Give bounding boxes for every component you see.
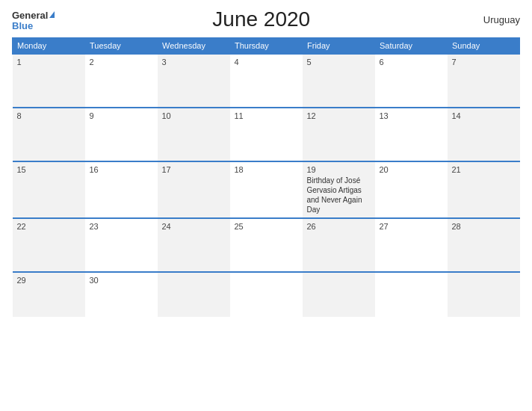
col-tuesday: Tuesday — [85, 38, 158, 55]
calendar-day: 25 — [230, 218, 303, 272]
header: General Blue June 2020 Uruguay — [12, 7, 520, 31]
day-number: 8 — [17, 111, 81, 120]
calendar-day: 30 — [85, 272, 158, 317]
calendar-week-row: 22232425262728 — [13, 218, 520, 272]
day-number: 11 — [235, 111, 298, 120]
day-number: 23 — [90, 222, 153, 231]
calendar-day — [448, 272, 520, 317]
calendar-day: 23 — [85, 218, 158, 272]
day-number: 21 — [452, 165, 516, 174]
day-number: 27 — [380, 222, 443, 231]
calendar-day — [375, 272, 448, 317]
day-number: 13 — [380, 111, 443, 120]
calendar-week-row: 1234567 — [13, 54, 520, 108]
calendar-day: 22 — [13, 218, 85, 272]
calendar-day: 29 — [13, 272, 85, 317]
calendar-day: 15 — [13, 161, 85, 218]
day-number: 25 — [235, 222, 298, 231]
calendar-day: 1 — [13, 54, 85, 108]
calendar-day: 7 — [448, 54, 520, 108]
calendar-day — [158, 272, 230, 317]
day-number: 9 — [90, 111, 153, 120]
day-number: 10 — [162, 111, 226, 120]
calendar-day: 19Birthday of José Gervasio Artigas and … — [303, 161, 375, 218]
day-number: 18 — [235, 165, 298, 174]
calendar-day: 17 — [158, 161, 230, 218]
calendar-week-row: 891011121314 — [13, 108, 520, 161]
calendar-day: 26 — [303, 218, 375, 272]
logo-general: General — [12, 9, 55, 21]
calendar-day: 3 — [158, 54, 230, 108]
calendar-day: 12 — [303, 108, 375, 161]
calendar-day — [303, 272, 375, 317]
calendar-day — [230, 272, 303, 317]
logo-blue: Blue — [12, 21, 55, 31]
calendar-week-row: 2930 — [13, 272, 520, 317]
calendar-body: 12345678910111213141516171819Birthday of… — [13, 54, 520, 317]
calendar-day: 9 — [85, 108, 158, 161]
calendar-day: 21 — [448, 161, 520, 218]
day-number: 30 — [90, 276, 153, 285]
col-saturday: Saturday — [375, 38, 448, 55]
day-number: 3 — [162, 58, 226, 67]
col-wednesday: Wednesday — [158, 38, 230, 55]
calendar-day: 28 — [448, 218, 520, 272]
day-event: Birthday of José Gervasio Artigas and Ne… — [307, 176, 362, 214]
day-number: 4 — [235, 58, 298, 67]
col-sunday: Sunday — [448, 38, 520, 55]
day-number: 17 — [162, 165, 226, 174]
calendar-title: June 2020 — [55, 7, 468, 31]
day-number: 15 — [17, 165, 81, 174]
country-label: Uruguay — [468, 14, 520, 25]
calendar-day: 4 — [230, 54, 303, 108]
day-number: 16 — [90, 165, 153, 174]
page: General Blue June 2020 Uruguay Monday Tu… — [0, 0, 532, 411]
calendar-day: 10 — [158, 108, 230, 161]
calendar-header: Monday Tuesday Wednesday Thursday Friday… — [13, 38, 520, 55]
day-number: 19 — [307, 165, 371, 174]
day-number: 22 — [17, 222, 81, 231]
day-number: 20 — [380, 165, 443, 174]
day-number: 12 — [307, 111, 371, 120]
calendar-day: 11 — [230, 108, 303, 161]
calendar-day: 18 — [230, 161, 303, 218]
col-friday: Friday — [303, 38, 375, 55]
col-thursday: Thursday — [230, 38, 303, 55]
day-number: 2 — [90, 58, 153, 67]
calendar-day: 20 — [375, 161, 448, 218]
calendar-day: 5 — [303, 54, 375, 108]
calendar-day: 24 — [158, 218, 230, 272]
logo-triangle-icon — [49, 11, 55, 18]
day-number: 5 — [307, 58, 371, 67]
calendar-table: Monday Tuesday Wednesday Thursday Friday… — [12, 37, 520, 317]
day-number: 6 — [380, 58, 443, 67]
day-number: 24 — [162, 222, 226, 231]
day-number: 14 — [452, 111, 516, 120]
calendar-day: 6 — [375, 54, 448, 108]
calendar-day: 14 — [448, 108, 520, 161]
day-number: 1 — [17, 58, 81, 67]
calendar-day: 27 — [375, 218, 448, 272]
col-monday: Monday — [13, 38, 85, 55]
calendar-day: 13 — [375, 108, 448, 161]
calendar-day: 8 — [13, 108, 85, 161]
day-number: 28 — [452, 222, 516, 231]
day-number: 26 — [307, 222, 371, 231]
calendar-day: 2 — [85, 54, 158, 108]
day-number: 7 — [452, 58, 516, 67]
calendar-day: 16 — [85, 161, 158, 218]
day-number: 29 — [17, 276, 81, 285]
logo: General Blue — [12, 9, 55, 31]
calendar-week-row: 1516171819Birthday of José Gervasio Arti… — [13, 161, 520, 218]
calendar-header-row: Monday Tuesday Wednesday Thursday Friday… — [13, 38, 520, 55]
